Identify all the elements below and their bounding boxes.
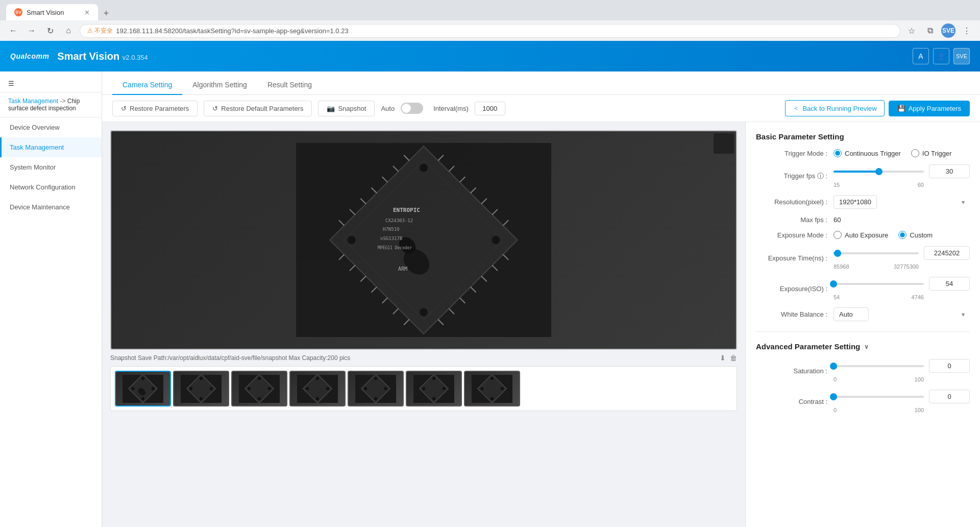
- tab-title: Smart Vision: [27, 9, 64, 16]
- contrast-input[interactable]: [929, 390, 970, 403]
- snapshot-info: Snapshot Save Path:/var/opt/aidlux/data/…: [110, 350, 737, 366]
- continuous-trigger-option[interactable]: Continuous Trigger: [834, 149, 901, 157]
- address-bar[interactable]: ⚠ 不安全 192.168.111.84:58200/task/taskSett…: [80, 24, 900, 38]
- auto-exposure-radio[interactable]: [834, 231, 842, 239]
- apply-params-btn[interactable]: 💾 Apply Parameters: [889, 101, 970, 116]
- thumbnail-2-inner: [174, 372, 228, 405]
- max-fps-control: 60: [834, 216, 970, 224]
- saturation-row: Saturation : 0: [756, 359, 970, 382]
- new-tab-btn[interactable]: +: [99, 6, 113, 20]
- resolution-select[interactable]: 1920*1080 1280*720 640*480: [834, 195, 877, 209]
- exposure-time-input[interactable]: [924, 246, 970, 260]
- io-trigger-option[interactable]: IO Trigger: [911, 149, 952, 157]
- restore-params-btn[interactable]: ↺ Restore Parameters: [112, 101, 198, 116]
- saturation-min: 0: [834, 376, 837, 382]
- tab-result-setting[interactable]: Result Setting: [257, 76, 322, 95]
- resolution-row: Resolution(pixel) : 1920*1080 1280*720 6…: [756, 195, 970, 209]
- white-balance-select-wrapper: Auto Manual Daylight Cloudy: [834, 307, 970, 321]
- tab-camera-setting[interactable]: Camera Setting: [112, 76, 182, 95]
- auto-toggle[interactable]: [401, 103, 423, 114]
- exposure-mode-control: Auto Exposure Custom: [834, 231, 970, 239]
- forward-nav-btn[interactable]: →: [24, 23, 39, 38]
- trigger-fps-slider-container: [834, 171, 924, 173]
- section-divider: [756, 331, 970, 332]
- advanced-param-section[interactable]: Advanced Parameter Setting ∨: [756, 342, 970, 351]
- user-icon[interactable]: 👤: [933, 48, 949, 64]
- image-container: ENTROPIC CX24303-12 H7N519 nSG1317B MPEG…: [110, 130, 737, 350]
- home-btn[interactable]: ⌂: [61, 23, 76, 38]
- trigger-mode-label: Trigger Mode :: [756, 150, 827, 157]
- sidebar-nav: Device Overview Task Management System M…: [0, 117, 102, 217]
- contrast-max: 100: [915, 407, 924, 413]
- user-avatar[interactable]: SVE: [941, 23, 955, 38]
- basic-param-title: Basic Parameter Setting: [756, 132, 970, 141]
- saturation-slider-container: [834, 365, 924, 367]
- trigger-fps-thumb[interactable]: [875, 168, 883, 175]
- io-trigger-label: IO Trigger: [922, 150, 952, 157]
- snapshot-btn[interactable]: 📷 Snapshot: [318, 101, 375, 116]
- white-balance-row: White Balance : Auto Manual Daylight Clo…: [756, 307, 970, 321]
- menu-icon[interactable]: ⋮: [960, 23, 974, 38]
- contrast-thumb[interactable]: [830, 393, 837, 400]
- trigger-fps-label: Trigger fps ⓘ :: [756, 172, 827, 181]
- auto-exposure-option[interactable]: Auto Exposure: [834, 231, 888, 239]
- exposure-iso-input[interactable]: [929, 277, 970, 291]
- interval-label: Interval(ms): [433, 105, 469, 112]
- bookmark-icon[interactable]: ☆: [904, 23, 919, 38]
- trigger-fps-input[interactable]: [929, 164, 970, 178]
- thumbnail-6[interactable]: [406, 371, 462, 406]
- translate-icon[interactable]: A: [913, 48, 929, 64]
- interval-input[interactable]: [475, 102, 505, 115]
- chip-image: ENTROPIC CX24303-12 H7N519 nSG1317B MPEG…: [296, 143, 551, 337]
- trigger-mode-row: Trigger Mode : Continuous Trigger IO Tri…: [756, 149, 970, 157]
- browser-chrome: SV Smart Vision ✕ + ← → ↻ ⌂ ⚠ 不安全 192.16…: [0, 0, 980, 41]
- saturation-input[interactable]: [929, 359, 970, 373]
- thumbnail-3[interactable]: [231, 371, 287, 406]
- custom-exposure-label: Custom: [910, 231, 933, 239]
- contrast-row: Contrast : 0: [756, 390, 970, 413]
- exposure-mode-radio-group: Auto Exposure Custom: [834, 231, 933, 239]
- browser-tab[interactable]: SV Smart Vision ✕: [6, 4, 98, 20]
- thumbnail-5[interactable]: [348, 371, 404, 406]
- white-balance-select[interactable]: Auto Manual Daylight Cloudy: [834, 307, 869, 321]
- thumbnail-2[interactable]: [173, 371, 229, 406]
- sidebar-item-device-maintenance[interactable]: Device Maintenance: [0, 197, 102, 217]
- restore-default-btn[interactable]: ↺ Restore Default Parameters: [204, 101, 312, 116]
- trigger-mode-radio-group: Continuous Trigger IO Trigger: [834, 149, 952, 157]
- sidebar-item-network-config[interactable]: Network Configuration: [0, 177, 102, 197]
- sidebar-item-system-monitor[interactable]: System Monitor: [0, 157, 102, 177]
- camera-view: ENTROPIC CX24303-12 H7N519 nSG1317B MPEG…: [102, 122, 745, 527]
- extensions-icon[interactable]: ⧉: [923, 23, 937, 38]
- back-to-preview-btn[interactable]: ＜ Back to Running Preview: [785, 100, 884, 116]
- exposure-time-max: 32775300: [894, 264, 919, 270]
- refresh-btn[interactable]: ↻: [43, 23, 57, 38]
- sidebar-item-device-overview[interactable]: Device Overview: [0, 117, 102, 137]
- sidebar-item-task-management[interactable]: Task Management: [0, 137, 102, 157]
- download-icon[interactable]: ⬇: [720, 354, 726, 362]
- account-label[interactable]: SVE: [953, 48, 970, 64]
- breadcrumb-parent[interactable]: Task Management: [8, 98, 58, 105]
- hamburger-icon[interactable]: ☰: [8, 80, 16, 88]
- tab-close-btn[interactable]: ✕: [84, 9, 90, 16]
- tab-algorithm-setting[interactable]: Algorithm Setting: [182, 76, 257, 95]
- white-balance-control: Auto Manual Daylight Cloudy: [834, 307, 970, 321]
- continuous-trigger-radio[interactable]: [834, 149, 842, 157]
- exposure-time-thumb[interactable]: [834, 250, 841, 257]
- thumbnail-4[interactable]: [289, 371, 346, 406]
- custom-exposure-option[interactable]: Custom: [898, 231, 933, 239]
- custom-exposure-radio[interactable]: [898, 231, 906, 239]
- exposure-mode-row: Exposure Mode : Auto Exposure Custom: [756, 231, 970, 239]
- breadcrumb: Task Management -> Chip surface defect i…: [0, 92, 102, 117]
- saturation-thumb[interactable]: [830, 363, 837, 370]
- back-nav-btn[interactable]: ←: [6, 23, 20, 38]
- exposure-iso-thumb[interactable]: [830, 280, 837, 288]
- exposure-iso-control: 54 4746: [834, 277, 970, 300]
- thumbnail-7[interactable]: [464, 371, 520, 406]
- content-area: ENTROPIC CX24303-12 H7N519 nSG1317B MPEG…: [102, 122, 980, 527]
- qualcomm-logo: Qualcomm: [10, 52, 49, 60]
- white-balance-label: White Balance :: [756, 310, 827, 318]
- io-trigger-radio[interactable]: [911, 149, 919, 157]
- thumbnail-1[interactable]: [115, 371, 171, 406]
- restore-icon: ↺: [121, 105, 127, 112]
- delete-icon[interactable]: 🗑: [730, 354, 737, 362]
